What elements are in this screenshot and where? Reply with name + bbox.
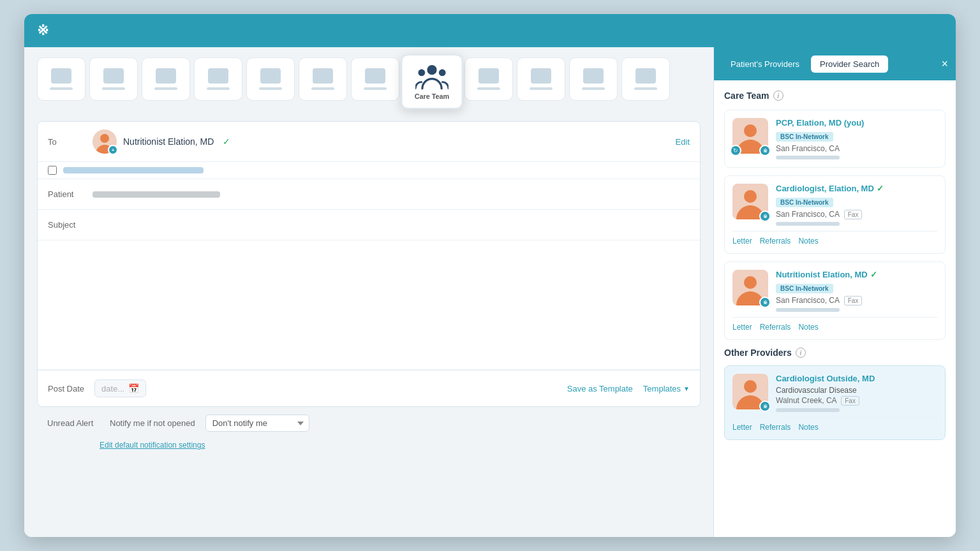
edit-link[interactable]: Edit — [676, 137, 690, 147]
nutritionist-letter-link[interactable]: Letter — [732, 323, 752, 332]
pcp-refresh-badge: ↻ — [730, 145, 741, 156]
composer-panel: Care Team — [24, 47, 713, 537]
right-panel: Patient's Providers Provider Search × Ca… — [713, 47, 956, 537]
nutritionist-referrals-link[interactable]: Referrals — [760, 323, 791, 332]
care-team-icon — [415, 63, 449, 89]
pcp-name: PCP, Elation, MD (you) — [776, 118, 937, 128]
nutritionist-info: Nutritionist Elation, MD ✓ BSC In-Networ… — [776, 270, 937, 312]
icon-card-7[interactable] — [351, 57, 399, 101]
cardiologist-name-text: Cardiologist, Elation, MD — [776, 184, 874, 193]
outside-name: Cardiologist Outside, MD — [776, 374, 937, 383]
provider-card-pcp: ↻ ※ PCP, Elation, MD (you) BSC In-Networ… — [724, 110, 946, 168]
nutritionist-bar — [776, 308, 840, 312]
care-team-title-text: Care Team — [724, 91, 769, 101]
icon-shape-10 — [531, 68, 551, 84]
outside-avatar-wrap: ※ — [732, 374, 768, 409]
icon-card-4[interactable] — [194, 57, 242, 101]
composer-form: To + Nutritionis — [37, 121, 701, 407]
other-providers-info-icon[interactable]: i — [796, 348, 806, 358]
icon-card-1[interactable] — [37, 57, 85, 101]
cardiologist-check-icon: ✓ — [877, 184, 884, 193]
nutritionist-network-badge: BSC In-Network — [776, 284, 833, 293]
cardiologist-info: Cardiologist, Elation, MD ✓ BSC In-Netwo… — [776, 184, 937, 226]
to-label: To — [48, 137, 93, 147]
outside-notes-link[interactable]: Notes — [798, 423, 818, 432]
pcp-info: PCP, Elation, MD (you) BSC In-Network Sa… — [776, 118, 937, 159]
icon-shape-6 — [313, 68, 333, 84]
nutritionist-actions: Letter Referrals Notes — [732, 317, 937, 332]
body-textarea[interactable] — [48, 249, 690, 358]
cardiologist-network-badge: BSC In-Network — [776, 198, 833, 207]
nutritionist-name: Nutritionist Elation, MD ✓ — [776, 270, 937, 279]
icon-card-9[interactable] — [464, 57, 513, 101]
outside-bar — [776, 408, 840, 412]
date-input-wrap[interactable]: date... 📅 — [94, 379, 146, 397]
pcp-avatar-wrap: ↻ ※ — [732, 118, 768, 154]
icon-shape-4 — [208, 68, 228, 84]
icon-card-11[interactable] — [569, 57, 618, 101]
cardiologist-name: Cardiologist, Elation, MD ✓ — [776, 184, 937, 193]
svg-point-6 — [744, 124, 757, 137]
icon-card-10[interactable] — [517, 57, 565, 101]
icon-shape-7 — [365, 68, 385, 84]
icon-card-3[interactable] — [142, 57, 190, 101]
outside-letter-link[interactable]: Letter — [732, 423, 752, 432]
svg-point-10 — [744, 276, 757, 289]
icon-shape-9 — [479, 68, 499, 84]
alert-row: Unread Alert Notify me if not opened Don… — [37, 407, 701, 439]
patient-label: Patient — [48, 189, 93, 199]
provider-card-outside: ※ Cardiologist Outside, MD Cardiovascula… — [724, 365, 946, 440]
app-window: ※ — [24, 14, 956, 537]
icon-card-care-team[interactable]: Care Team — [401, 54, 463, 109]
save-template-button[interactable]: Save as Template — [567, 384, 633, 393]
tab-provider-search[interactable]: Provider Search — [811, 55, 888, 73]
to-row: To + Nutritionis — [38, 122, 700, 162]
close-button[interactable]: × — [941, 58, 948, 70]
icon-card-6[interactable] — [299, 57, 347, 101]
icon-lines-5 — [259, 87, 282, 90]
svg-point-4 — [100, 134, 109, 143]
outside-info: Cardiologist Outside, MD Cardiovascular … — [776, 374, 937, 412]
templates-button[interactable]: Templates ▼ — [643, 384, 690, 393]
nutritionist-notes-link[interactable]: Notes — [798, 323, 818, 332]
icon-card-12[interactable] — [621, 57, 670, 101]
calendar-icon: 📅 — [128, 383, 139, 393]
pcp-bar — [776, 156, 840, 159]
svg-point-0 — [427, 65, 436, 75]
icon-card-5[interactable] — [246, 57, 295, 101]
icon-lines-1 — [50, 87, 73, 90]
include-checkbox[interactable] — [48, 166, 57, 175]
date-placeholder-text: date... — [101, 384, 124, 393]
tab-patients-providers[interactable]: Patient's Providers — [722, 55, 808, 73]
recipient-avatar: + — [93, 129, 117, 154]
alert-select[interactable]: Don't notify me Notify me after 1 day No… — [205, 415, 309, 432]
cardiologist-notes-link[interactable]: Notes — [798, 237, 818, 246]
subject-input[interactable] — [93, 220, 690, 230]
icon-lines-7 — [364, 87, 387, 90]
right-panel-content: Care Team i — [714, 80, 956, 537]
other-providers-section: Other Providers i — [724, 348, 946, 440]
edit-settings-link[interactable]: Edit default notification settings — [100, 441, 701, 450]
checkbox-row — [38, 162, 700, 179]
cardiologist-location: San Francisco, CA Fax — [776, 210, 937, 219]
care-team-section-title: Care Team i — [724, 91, 946, 101]
cardiologist-avatar-wrap: ※ — [732, 184, 768, 219]
icon-lines-10 — [530, 87, 553, 90]
nutritionist-location-text: San Francisco, CA — [776, 296, 839, 305]
care-team-info-icon[interactable]: i — [773, 91, 783, 101]
checkbox-bar — [63, 167, 204, 173]
pcp-network-badge: BSC In-Network — [776, 132, 833, 142]
icon-card-2[interactable] — [89, 57, 138, 101]
cardiologist-referrals-link[interactable]: Referrals — [760, 237, 791, 246]
nutritionist-card-header: ※ Nutritionist Elation, MD ✓ BSC In-Netw… — [732, 270, 937, 312]
composer-footer: Post Date date... 📅 Save as Template Tem… — [38, 370, 700, 406]
pcp-card-header: ↻ ※ PCP, Elation, MD (you) BSC In-Networ… — [732, 118, 937, 159]
icon-shape-1 — [51, 68, 71, 84]
outside-referrals-link[interactable]: Referrals — [760, 423, 791, 432]
icon-shape-11 — [583, 68, 604, 84]
icon-shape-3 — [156, 68, 176, 84]
nutritionist-elation-badge: ※ — [759, 297, 771, 308]
cardiologist-elation-badge: ※ — [759, 210, 771, 222]
svg-point-2 — [439, 69, 446, 76]
cardiologist-letter-link[interactable]: Letter — [732, 237, 752, 246]
